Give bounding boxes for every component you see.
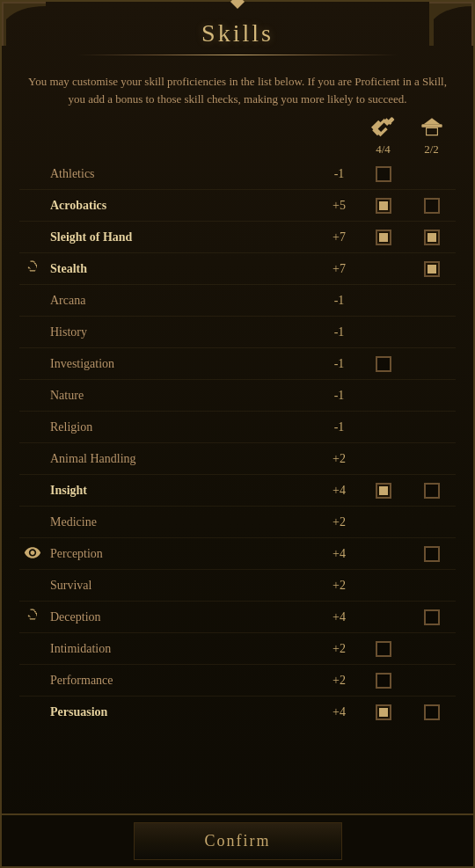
checkbox[interactable] [376, 166, 391, 182]
skill-icon-14 [19, 607, 46, 628]
checkbox[interactable] [424, 483, 440, 499]
skill-row: Deception+4 [19, 602, 456, 633]
skill-col2-1 [407, 198, 456, 214]
skill-row: Stealth+7 [19, 253, 456, 285]
skill-row: Perception+4 [19, 538, 456, 570]
skill-col1-0 [359, 166, 407, 182]
skill-name: Insight [46, 484, 319, 498]
checkbox[interactable] [376, 230, 391, 245]
skill-row: Investigation-1 [19, 348, 456, 380]
skills-list: Athletics-1Acrobatics+5Sleight of Hand+7… [2, 158, 473, 813]
skill-name: Nature [46, 389, 319, 403]
confirm-area: Confirm [2, 813, 473, 866]
skill-name: Religion [46, 420, 319, 434]
skill-icon-12 [19, 543, 46, 565]
skill-col1-6 [359, 356, 407, 372]
skill-name: Investigation [46, 357, 319, 371]
hat-icon [420, 116, 444, 141]
skill-bonus: +4 [319, 705, 359, 719]
confirm-button[interactable]: Confirm [134, 822, 342, 860]
skill-bonus: -1 [319, 420, 359, 434]
skill-col2-2 [407, 230, 456, 245]
skill-name: Deception [46, 610, 319, 624]
skill-name: Arcana [46, 294, 319, 308]
svg-rect-1 [421, 124, 442, 128]
skill-bonus: -1 [319, 357, 359, 371]
checkbox[interactable] [424, 198, 440, 214]
skill-name: Acrobatics [46, 199, 319, 213]
col1-count: 4/4 [376, 142, 391, 157]
hand-icon [24, 607, 41, 624]
skill-row: History-1 [19, 317, 456, 348]
hand-icon [24, 259, 41, 276]
checkbox[interactable] [376, 704, 391, 720]
checkbox[interactable] [376, 483, 391, 499]
skill-row: Acrobatics+5 [19, 190, 456, 222]
skill-bonus: +2 [319, 674, 359, 688]
panel-description: You may customise your skill proficienci… [2, 64, 473, 114]
skill-name: Persuasion [46, 705, 319, 719]
skill-row: Sleight of Hand+7 [19, 222, 456, 253]
skill-name: Intimidation [46, 642, 319, 656]
skill-bonus: -1 [319, 325, 359, 339]
skill-name: Performance [46, 674, 319, 688]
checkbox[interactable] [424, 546, 440, 562]
checkbox[interactable] [424, 261, 440, 277]
checkbox[interactable] [424, 704, 440, 720]
skill-row: Persuasion+4 [19, 697, 456, 728]
title-divider [77, 55, 398, 55]
skill-name: Medicine [46, 515, 319, 529]
skill-row: Intimidation+2 [19, 633, 456, 665]
skills-panel: Skills You may customise your skill prof… [0, 0, 475, 868]
column-headers: 4/4 2/2 [2, 114, 473, 158]
skill-row: Survival+2 [19, 570, 456, 602]
checkbox[interactable] [376, 673, 391, 689]
checkbox[interactable] [376, 198, 391, 214]
skill-bonus: +4 [319, 484, 359, 498]
skill-bonus: +5 [319, 199, 359, 213]
skill-bonus: +4 [319, 547, 359, 561]
skill-name: Animal Handling [46, 452, 319, 466]
checkbox[interactable] [376, 356, 391, 372]
skill-col1-1 [359, 198, 407, 214]
skill-col2-17 [407, 704, 456, 720]
skill-col1-17 [359, 704, 407, 720]
skill-bonus: -1 [319, 389, 359, 403]
col2-header: 2/2 [407, 116, 456, 157]
skill-name: Perception [46, 547, 319, 561]
skill-name: History [46, 325, 319, 339]
skill-name: Stealth [46, 262, 319, 276]
skill-row: Religion-1 [19, 412, 456, 443]
skill-col1-16 [359, 673, 407, 689]
skill-col1-2 [359, 230, 407, 245]
skill-col1-10 [359, 483, 407, 499]
skill-bonus: +2 [319, 579, 359, 593]
checkbox[interactable] [376, 641, 391, 657]
checkbox[interactable] [424, 230, 440, 245]
skill-row: Medicine+2 [19, 507, 456, 538]
skill-bonus: +7 [319, 262, 359, 276]
skill-bonus: -1 [319, 167, 359, 181]
panel-header: Skills [2, 2, 473, 64]
skill-icon-3 [19, 259, 46, 280]
skill-bonus: +4 [319, 610, 359, 624]
eye-icon [24, 543, 41, 561]
skill-col2-14 [407, 609, 456, 625]
skill-row: Nature-1 [19, 380, 456, 412]
skill-col2-3 [407, 261, 456, 277]
skill-bonus: +2 [319, 515, 359, 529]
skill-row: Performance+2 [19, 665, 456, 697]
skill-row: Insight+4 [19, 475, 456, 507]
skill-bonus: +2 [319, 452, 359, 466]
skill-name: Sleight of Hand [46, 230, 319, 244]
skill-row: Animal Handling+2 [19, 443, 456, 475]
hammer-icon [371, 116, 396, 141]
skill-row: Athletics-1 [19, 158, 456, 190]
checkbox[interactable] [424, 609, 440, 625]
skill-row: Arcana-1 [19, 285, 456, 317]
col1-header: 4/4 [359, 116, 407, 157]
skill-col2-12 [407, 546, 456, 562]
skill-name: Survival [46, 579, 319, 593]
skill-name: Athletics [46, 167, 319, 181]
skill-col2-10 [407, 483, 456, 499]
